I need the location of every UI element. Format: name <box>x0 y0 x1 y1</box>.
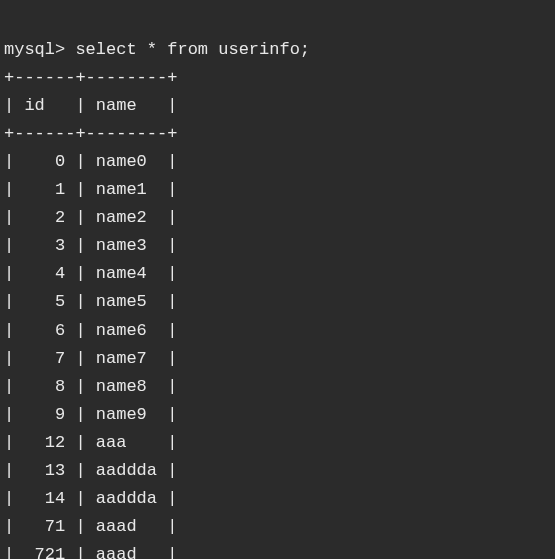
table-row: | 13 | aaddda | <box>4 461 177 480</box>
table-row: | 5 | name5 | <box>4 292 177 311</box>
sql-query: select * from userinfo; <box>75 40 310 59</box>
table-row: | 14 | aaddda | <box>4 489 177 508</box>
table-row: | 4 | name4 | <box>4 264 177 283</box>
table-row: | 8 | name8 | <box>4 377 177 396</box>
table-row: | 3 | name3 | <box>4 236 177 255</box>
table-row: | 721 | aaad | <box>4 545 177 559</box>
mysql-prompt: mysql> <box>4 40 75 59</box>
table-row: | 1 | name1 | <box>4 180 177 199</box>
table-border-top: +------+--------+ <box>4 68 177 87</box>
table-border-mid: +------+--------+ <box>4 124 177 143</box>
command-line: mysql> select * from userinfo; <box>4 40 310 59</box>
table-row: | 6 | name6 | <box>4 321 177 340</box>
table-row: | 12 | aaa | <box>4 433 177 452</box>
table-row: | 71 | aaad | <box>4 517 177 536</box>
table-row: | 7 | name7 | <box>4 349 177 368</box>
table-header-row: | id | name | <box>4 96 177 115</box>
table-row: | 9 | name9 | <box>4 405 177 424</box>
table-row: | 2 | name2 | <box>4 208 177 227</box>
mysql-terminal: mysql> select * from userinfo; +------+-… <box>0 0 555 559</box>
table-row: | 0 | name0 | <box>4 152 177 171</box>
